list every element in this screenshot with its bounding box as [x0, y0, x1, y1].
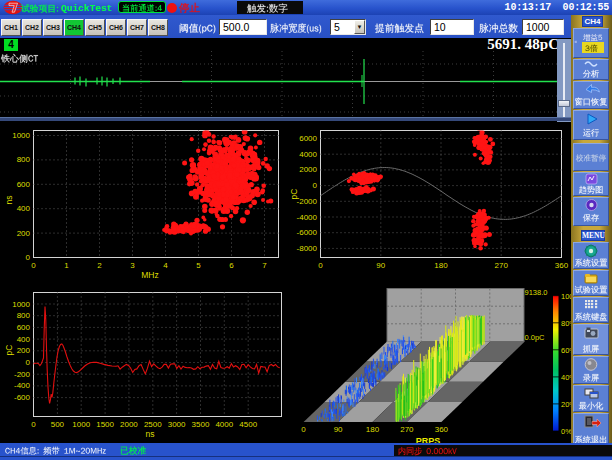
svg-text:270: 270 — [400, 425, 414, 434]
svg-text:360: 360 — [555, 261, 569, 270]
svg-text:-2000: -2000 — [297, 196, 318, 205]
svg-text:7: 7 — [262, 261, 267, 270]
svg-text:800: 800 — [17, 155, 31, 164]
svg-text:5: 5 — [196, 261, 201, 270]
svg-text:1: 1 — [64, 261, 69, 270]
svg-text:360: 360 — [435, 425, 449, 434]
svg-text:-400: -400 — [14, 381, 31, 390]
svg-text:270: 270 — [495, 261, 509, 270]
svg-text:0: 0 — [31, 261, 36, 270]
svg-text:-8000: -8000 — [297, 243, 318, 252]
svg-text:MHz: MHz — [141, 270, 158, 280]
svg-text:4: 4 — [163, 261, 168, 270]
svg-text:200: 200 — [17, 228, 31, 237]
svg-text:4000: 4000 — [299, 149, 317, 158]
svg-text:0: 0 — [318, 261, 323, 270]
svg-text:600: 600 — [17, 179, 31, 188]
svg-text:600: 600 — [17, 322, 31, 331]
svg-text:-4000: -4000 — [297, 212, 318, 221]
svg-text:0: 0 — [26, 358, 31, 367]
svg-text:180: 180 — [366, 425, 380, 434]
svg-text:2: 2 — [97, 261, 102, 270]
svg-text:90: 90 — [334, 425, 343, 434]
svg-text:6000: 6000 — [299, 134, 317, 143]
svg-text:2000: 2000 — [299, 165, 317, 174]
svg-text:2500: 2500 — [144, 420, 162, 429]
svg-text:pC: pC — [4, 344, 14, 355]
svg-text:400: 400 — [17, 204, 31, 213]
svg-text:ns: ns — [146, 429, 155, 439]
svg-text:0: 0 — [313, 181, 318, 190]
svg-text:800: 800 — [17, 311, 31, 320]
svg-text:ns: ns — [4, 195, 14, 204]
svg-text:9138.0: 9138.0 — [525, 288, 548, 297]
svg-text:180: 180 — [434, 261, 448, 270]
svg-text:500: 500 — [51, 420, 65, 429]
svg-text:-600: -600 — [14, 393, 31, 402]
svg-text:4000: 4000 — [215, 420, 233, 429]
svg-text:3000: 3000 — [168, 420, 186, 429]
svg-text:0: 0 — [31, 420, 36, 429]
svg-text:2000: 2000 — [120, 420, 138, 429]
svg-text:0.0pC: 0.0pC — [525, 333, 546, 342]
svg-text:1500: 1500 — [96, 420, 114, 429]
svg-text:3: 3 — [130, 261, 135, 270]
svg-text:pC: pC — [290, 188, 299, 199]
svg-text:1000: 1000 — [12, 299, 30, 308]
svg-text:0: 0 — [26, 253, 31, 262]
svg-text:90: 90 — [376, 261, 385, 270]
svg-text:4500: 4500 — [239, 420, 257, 429]
svg-text:0: 0 — [301, 425, 306, 434]
svg-text:1000: 1000 — [12, 131, 30, 140]
svg-text:200: 200 — [17, 346, 31, 355]
svg-text:1000: 1000 — [72, 420, 90, 429]
svg-text:3500: 3500 — [192, 420, 210, 429]
svg-text:400: 400 — [17, 334, 31, 343]
svg-text:-200: -200 — [14, 369, 31, 378]
svg-text:-6000: -6000 — [297, 228, 318, 237]
svg-text:6: 6 — [229, 261, 234, 270]
